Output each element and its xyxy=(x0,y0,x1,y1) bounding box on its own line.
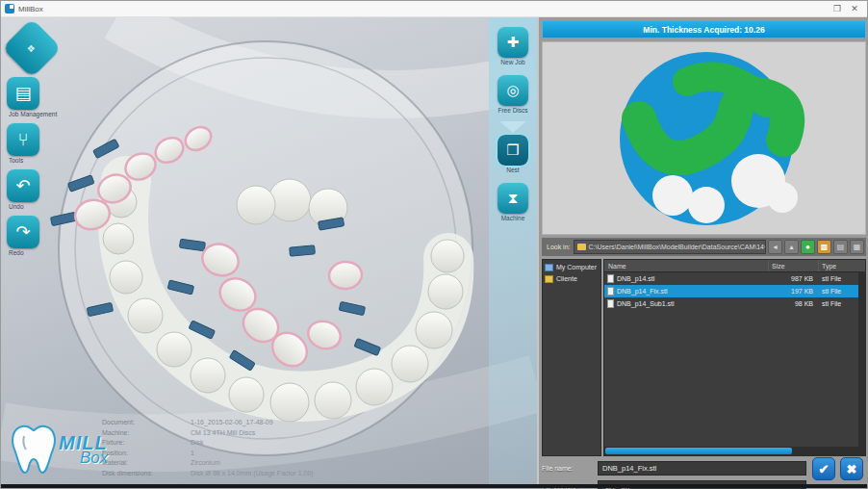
scrollbar-thumb[interactable] xyxy=(605,448,792,454)
workflow-item-nest[interactable]: ❒ Nest xyxy=(491,135,535,173)
column-header-size[interactable]: Size xyxy=(769,260,819,271)
restore-button[interactable]: ❐ xyxy=(829,3,846,15)
new-job-icon[interactable]: ✚ xyxy=(498,27,528,58)
info-value: Disk Ø 98 x 14.0mm (Usage Factor 1.00) xyxy=(191,469,420,479)
viewport-3d[interactable]: ❖ ▤ Job Management ⑂ Tools ↶ Undo ↷ Redo… xyxy=(1,17,537,486)
window-bottom-edge xyxy=(1,484,867,488)
toolbar-label: Redo xyxy=(9,249,89,256)
tree-item-my-computer[interactable]: My Computer xyxy=(545,262,599,273)
toolbar-item-undo[interactable]: ↶ Undo xyxy=(7,169,89,210)
info-label: Machine: xyxy=(102,428,191,439)
millbox-logo: MILL Box xyxy=(9,423,108,476)
redo-icon[interactable]: ↷ xyxy=(7,216,39,248)
file-row-selected[interactable]: DNB_p14_Fix.stl 197 KB stl File xyxy=(604,285,865,297)
folder-icon xyxy=(577,244,586,250)
info-label: Disk dimensions: xyxy=(102,469,191,479)
file-browser: My Computer Cliente Name Size Type DNB_p… xyxy=(542,259,866,456)
chevron-down-icon: ▾ xyxy=(764,244,766,251)
file-row[interactable]: DNB_p14.stl 987 KB stl File xyxy=(604,272,865,285)
tools-icon[interactable]: ⑂ xyxy=(7,123,39,156)
app-icon xyxy=(5,4,14,13)
info-value: 1 xyxy=(191,449,420,459)
toolbar-label: Undo xyxy=(9,203,89,210)
current-path: C:\Users\Daniel\MillBox\ModelBuilder\Dat… xyxy=(589,244,764,250)
info-label: Document: xyxy=(102,418,191,428)
tree-item-cliente[interactable]: Cliente xyxy=(545,273,599,285)
computer-icon xyxy=(545,264,553,271)
column-header-name[interactable]: Name xyxy=(604,260,769,271)
horizontal-scrollbar[interactable] xyxy=(604,447,865,455)
workflow-item-free-discs[interactable]: ◎ Free Discs xyxy=(491,75,535,114)
check-icon: ✔ xyxy=(819,462,830,476)
disc-preview-graphic xyxy=(543,43,865,233)
vertical-scrollbar[interactable] xyxy=(858,272,865,447)
toolbar-item-tools[interactable]: ⑂ Tools xyxy=(7,123,89,164)
active-step-notch xyxy=(499,121,526,133)
toolbar-item-job-management[interactable]: ▤ Job Management xyxy=(7,77,89,117)
path-combobox[interactable]: C:\Users\Daniel\MillBox\ModelBuilder\Dat… xyxy=(574,240,766,254)
up-directory-button[interactable]: ▴ xyxy=(784,240,799,254)
stl-file-icon xyxy=(607,299,614,308)
folder-icon xyxy=(545,275,553,283)
close-icon: ✖ xyxy=(847,462,857,476)
cancel-button[interactable]: ✖ xyxy=(840,457,863,480)
info-label: Position: xyxy=(102,449,191,459)
file-open-dialog: Min. Thickness Acquired: 10.26 Look in: … xyxy=(537,17,868,486)
free-discs-icon[interactable]: ◎ xyxy=(498,75,528,106)
path-toolbar: Look in: C:\Users\Daniel\MillBox\ModelBu… xyxy=(542,238,866,256)
workflow-item-machine[interactable]: ⧗ Machine xyxy=(491,183,535,221)
tooth-icon xyxy=(9,423,64,476)
undo-icon[interactable]: ↶ xyxy=(7,169,39,202)
new-folder-button[interactable]: ▩ xyxy=(817,240,831,254)
list-view-button[interactable]: ▤ xyxy=(833,240,848,254)
info-value: Zirconium xyxy=(191,458,420,469)
confirm-button[interactable]: ✔ xyxy=(812,457,835,480)
workflow-strip: ✚ New Job ◎ Free Discs ❒ Nest ⧗ Machine xyxy=(489,17,537,486)
file-list: Name Size Type DNB_p14.stl 987 KB stl Fi… xyxy=(603,259,866,456)
nest-icon[interactable]: ❒ xyxy=(498,135,528,166)
home-button[interactable]: ● xyxy=(801,240,815,254)
job-info-panel: Document:1-16_2015-02-06_17-48-09 Machin… xyxy=(102,418,420,478)
left-toolbar: ❖ ▤ Job Management ⑂ Tools ↶ Undo ↷ Redo xyxy=(7,23,89,262)
machine-icon[interactable]: ⧗ xyxy=(498,183,528,214)
toolbar-label: Tools xyxy=(9,157,89,164)
info-value: Disk xyxy=(191,438,420,449)
view-navigator-icon[interactable]: ❖ xyxy=(2,18,62,78)
column-header-type[interactable]: Type xyxy=(819,260,865,271)
workflow-item-new-job[interactable]: ✚ New Job xyxy=(491,27,535,65)
file-name-label: File name: xyxy=(542,465,598,472)
millbox-window: MillBox ❐ ✕ xyxy=(0,0,868,489)
info-value: CM 13 4TH Mill Discs xyxy=(191,428,420,439)
file-list-header: Name Size Type xyxy=(604,260,865,272)
info-value: 1-16_2015-02-06_17-48-09 xyxy=(191,418,420,428)
toolbar-item-redo[interactable]: ↷ Redo xyxy=(7,216,89,256)
back-button[interactable]: ◂ xyxy=(768,240,782,254)
window-title: MillBox xyxy=(18,5,829,13)
close-button[interactable]: ✕ xyxy=(846,3,863,15)
window-titlebar: MillBox ❐ ✕ xyxy=(1,1,867,17)
dialog-title: Min. Thickness Acquired: 10.26 xyxy=(542,20,866,39)
detail-view-button[interactable]: ▦ xyxy=(850,240,864,254)
info-label: Fixture: xyxy=(102,438,191,449)
info-label: Material: xyxy=(102,458,191,469)
file-row[interactable]: DNB_p14_Sub1.stl 98 KB stl File xyxy=(604,297,865,310)
stl-file-icon xyxy=(607,274,614,283)
look-in-label: Look in: xyxy=(547,244,571,250)
toolbar-label: Job Management xyxy=(9,111,89,117)
job-management-icon[interactable]: ▤ xyxy=(7,77,39,110)
file-list-body: DNB_p14.stl 987 KB stl File DNB_p14_Fix.… xyxy=(604,272,865,447)
file-name-input[interactable] xyxy=(598,461,806,476)
disc-usage-preview xyxy=(542,41,866,235)
stl-file-icon xyxy=(607,287,614,296)
location-tree: My Computer Cliente xyxy=(542,259,601,456)
